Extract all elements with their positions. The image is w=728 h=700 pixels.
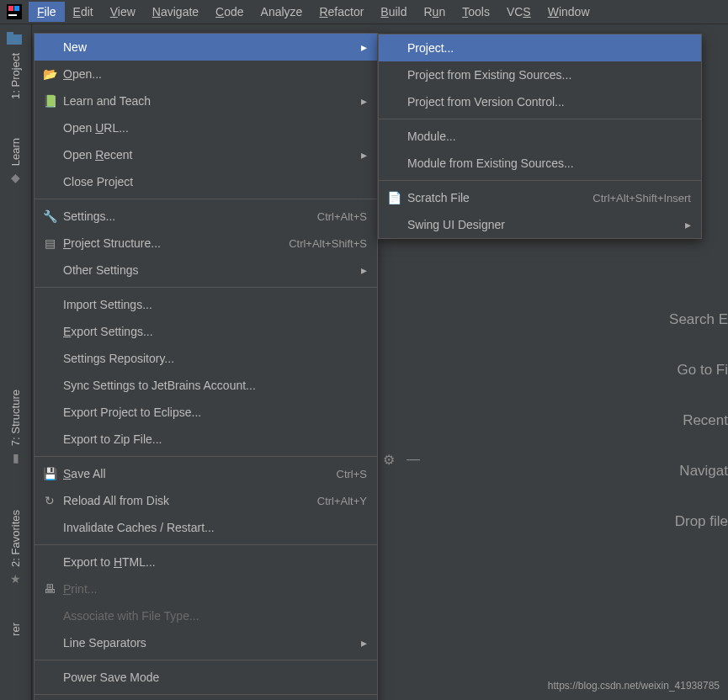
menu-item-label: Power Save Mode <box>63 671 367 684</box>
rail-tab-learn[interactable]: Learn ◆ <box>0 128 31 194</box>
file-item-print: 🖶Print... <box>35 575 377 602</box>
menu-item-icon: ↻ <box>41 494 58 507</box>
menubar-run[interactable]: Run <box>415 2 454 22</box>
file-item-reload-all-from-disk[interactable]: ↻Reload All from DiskCtrl+Alt+Y <box>35 487 377 514</box>
svg-rect-5 <box>7 32 13 36</box>
menu-item-label: Reload All from Disk <box>63 494 317 507</box>
menubar: FileEditViewNavigateCodeAnalyzeRefactorB… <box>0 0 728 24</box>
menu-item-label: Settings... <box>63 209 317 223</box>
file-item-invalidate-caches-restart[interactable]: Invalidate Caches / Restart... <box>35 514 377 541</box>
file-separator <box>35 456 377 457</box>
menubar-vcs[interactable]: VCS <box>498 2 539 22</box>
file-item-open-recent[interactable]: Open Recent▸ <box>35 141 377 168</box>
minimize-icon[interactable]: — <box>407 452 420 468</box>
menu-item-label: Module... <box>407 130 691 143</box>
rail-tab-structure[interactable]: 7: Structure ▮ <box>0 379 31 475</box>
chevron-right-icon: ▸ <box>353 263 367 277</box>
file-item-open-url[interactable]: Open URL... <box>35 114 377 141</box>
menu-item-icon: 📄 <box>385 191 402 204</box>
welcome-nav: Navigat <box>679 463 728 480</box>
menu-item-label: Export to Zip File... <box>63 432 367 446</box>
welcome-search: Search E <box>669 311 728 328</box>
file-item-close-project[interactable]: Close Project <box>35 168 377 195</box>
chevron-right-icon: ▸ <box>353 636 367 650</box>
file-separator <box>35 287 377 288</box>
structure-icon: ▮ <box>13 451 19 464</box>
menu-item-label: Close Project <box>63 175 367 188</box>
menu-item-icon: 💾 <box>41 467 58 480</box>
menubar-edit[interactable]: Edit <box>65 2 102 22</box>
menubar-window[interactable]: Window <box>539 2 598 22</box>
new-item-project-from-version-control[interactable]: Project from Version Control... <box>379 88 701 115</box>
menu-item-label: Export Project to Eclipse... <box>63 406 367 419</box>
file-item-line-separators[interactable]: Line Separators▸ <box>35 629 377 656</box>
new-item-scratch-file[interactable]: 📄Scratch FileCtrl+Alt+Shift+Insert <box>379 184 701 211</box>
new-item-swing-ui-designer[interactable]: Swing UI Designer▸ <box>379 211 701 238</box>
new-item-module[interactable]: Module... <box>379 123 701 150</box>
menu-item-label: Export Settings... <box>63 325 367 338</box>
menubar-analyze[interactable]: Analyze <box>252 2 311 22</box>
chevron-right-icon: ▸ <box>678 218 691 231</box>
menu-item-label: Sync Settings to JetBrains Account... <box>63 379 367 392</box>
file-item-associate-with-file-type: Associate with File Type... <box>35 602 377 629</box>
new-separator <box>379 180 701 181</box>
file-item-save-all[interactable]: 💾Save AllCtrl+S <box>35 460 377 487</box>
new-separator <box>379 119 701 119</box>
new-submenu: Project...Project from Existing Sources.… <box>378 34 702 239</box>
menu-item-label: New <box>63 40 353 54</box>
file-item-sync-settings-to-jetbrains-account[interactable]: Sync Settings to JetBrains Account... <box>35 372 377 399</box>
file-separator <box>35 694 377 695</box>
menu-item-label: Other Settings <box>63 263 353 277</box>
rail-tab-project[interactable]: 1: Project <box>0 43 31 109</box>
file-item-settings-repository[interactable]: Settings Repository... <box>35 345 377 372</box>
editor-area: Search E Go to Fi Recent Navigat Drop fi… <box>378 236 728 700</box>
menu-item-label: Project from Version Control... <box>407 95 691 109</box>
menubar-refactor[interactable]: Refactor <box>311 2 372 22</box>
file-item-project-structure[interactable]: ▤Project Structure...Ctrl+Alt+Shift+S <box>35 230 377 257</box>
rail-label: Learn <box>9 138 22 166</box>
file-separator <box>35 544 377 545</box>
file-item-export-settings[interactable]: Export Settings... <box>35 318 377 345</box>
file-item-new[interactable]: New▸ <box>35 34 377 61</box>
file-separator <box>35 660 377 660</box>
rail-tab-favorites[interactable]: 2: Favorites ★ <box>0 500 31 596</box>
file-item-settings[interactable]: 🔧Settings...Ctrl+Alt+S <box>35 203 377 230</box>
menubar-tools[interactable]: Tools <box>454 2 498 22</box>
shortcut-label: Ctrl+Alt+Y <box>317 495 367 507</box>
file-item-open[interactable]: 📂Open... <box>35 61 377 88</box>
new-item-module-from-existing-sources[interactable]: Module from Existing Sources... <box>379 150 701 177</box>
shortcut-label: Ctrl+S <box>337 468 367 480</box>
folder-icon <box>7 32 24 49</box>
rail-label: rer <box>9 623 22 636</box>
menubar-build[interactable]: Build <box>372 2 415 22</box>
menubar-code[interactable]: Code <box>207 2 252 22</box>
new-item-project-from-existing-sources[interactable]: Project from Existing Sources... <box>379 61 701 88</box>
file-item-export-project-to-eclipse[interactable]: Export Project to Eclipse... <box>35 399 377 426</box>
shortcut-label: Ctrl+Alt+Shift+Insert <box>592 192 691 204</box>
menu-item-label: Open... <box>63 67 367 81</box>
file-item-import-settings[interactable]: Import Settings... <box>35 291 377 318</box>
menubar-file[interactable]: File <box>29 2 65 22</box>
menu-item-label: Print... <box>63 582 367 596</box>
shortcut-label: Ctrl+Alt+S <box>317 210 367 223</box>
rail-tab-rer[interactable]: rer <box>0 612 31 646</box>
menu-item-label: Settings Repository... <box>63 352 367 365</box>
svg-rect-1 <box>8 6 13 11</box>
file-item-other-settings[interactable]: Other Settings▸ <box>35 257 377 284</box>
welcome-drop: Drop file <box>675 513 728 530</box>
file-separator <box>35 199 377 199</box>
svg-rect-2 <box>14 6 19 11</box>
menubar-view[interactable]: View <box>102 2 144 22</box>
gear-icon[interactable]: ⚙ <box>383 452 395 468</box>
file-item-learn-and-teach[interactable]: 📗Learn and Teach▸ <box>35 88 377 114</box>
menubar-navigate[interactable]: Navigate <box>144 2 207 22</box>
file-item-power-save-mode[interactable]: Power Save Mode <box>35 664 377 691</box>
file-item-export-to-zip-file[interactable]: Export to Zip File... <box>35 426 377 453</box>
file-item-export-to-html[interactable]: Export to HTML... <box>35 549 377 575</box>
learn-icon: ◆ <box>11 171 20 184</box>
menu-item-icon: 📗 <box>41 94 58 108</box>
menu-item-label: Open URL... <box>63 121 367 135</box>
new-item-project[interactable]: Project... <box>379 34 701 61</box>
menu-item-label: Line Separators <box>63 636 353 650</box>
welcome-recent: Recent <box>683 412 728 429</box>
